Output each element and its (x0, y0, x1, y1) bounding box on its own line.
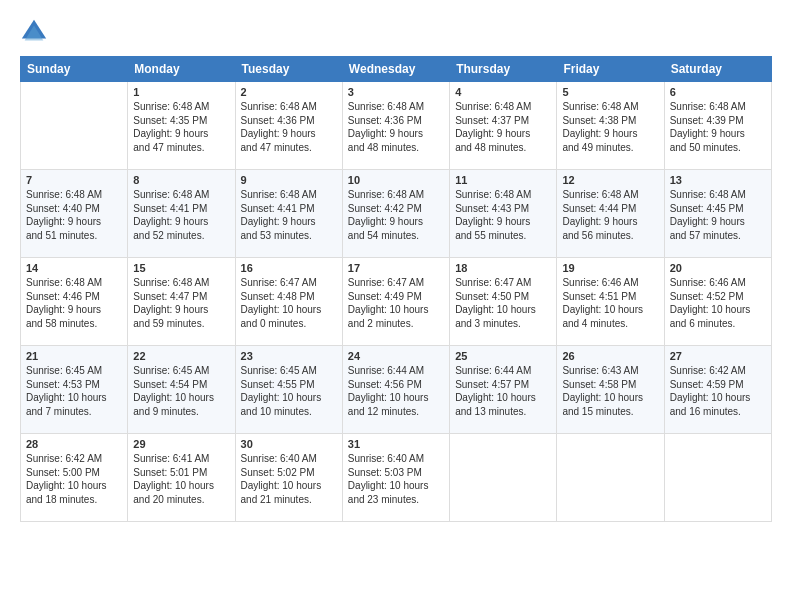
calendar-cell (450, 434, 557, 522)
day-number: 27 (670, 350, 766, 362)
day-number: 13 (670, 174, 766, 186)
calendar-cell: 27Sunrise: 6:42 AM Sunset: 4:59 PM Dayli… (664, 346, 771, 434)
day-info: Sunrise: 6:45 AM Sunset: 4:55 PM Dayligh… (241, 364, 337, 418)
calendar-cell: 23Sunrise: 6:45 AM Sunset: 4:55 PM Dayli… (235, 346, 342, 434)
day-info: Sunrise: 6:48 AM Sunset: 4:41 PM Dayligh… (133, 188, 229, 242)
calendar-cell: 28Sunrise: 6:42 AM Sunset: 5:00 PM Dayli… (21, 434, 128, 522)
calendar-cell: 17Sunrise: 6:47 AM Sunset: 4:49 PM Dayli… (342, 258, 449, 346)
calendar-cell: 12Sunrise: 6:48 AM Sunset: 4:44 PM Dayli… (557, 170, 664, 258)
calendar-week-row: 7Sunrise: 6:48 AM Sunset: 4:40 PM Daylig… (21, 170, 772, 258)
day-info: Sunrise: 6:48 AM Sunset: 4:36 PM Dayligh… (348, 100, 444, 154)
day-number: 5 (562, 86, 658, 98)
logo (20, 18, 52, 46)
calendar-cell: 21Sunrise: 6:45 AM Sunset: 4:53 PM Dayli… (21, 346, 128, 434)
calendar-cell: 5Sunrise: 6:48 AM Sunset: 4:38 PM Daylig… (557, 82, 664, 170)
day-info: Sunrise: 6:44 AM Sunset: 4:56 PM Dayligh… (348, 364, 444, 418)
calendar-cell: 22Sunrise: 6:45 AM Sunset: 4:54 PM Dayli… (128, 346, 235, 434)
calendar-cell: 25Sunrise: 6:44 AM Sunset: 4:57 PM Dayli… (450, 346, 557, 434)
day-number: 19 (562, 262, 658, 274)
calendar-header-sunday: Sunday (21, 57, 128, 82)
day-number: 29 (133, 438, 229, 450)
day-number: 8 (133, 174, 229, 186)
day-info: Sunrise: 6:47 AM Sunset: 4:49 PM Dayligh… (348, 276, 444, 330)
day-number: 14 (26, 262, 122, 274)
day-number: 3 (348, 86, 444, 98)
day-info: Sunrise: 6:46 AM Sunset: 4:52 PM Dayligh… (670, 276, 766, 330)
calendar-cell: 10Sunrise: 6:48 AM Sunset: 4:42 PM Dayli… (342, 170, 449, 258)
calendar-cell: 13Sunrise: 6:48 AM Sunset: 4:45 PM Dayli… (664, 170, 771, 258)
calendar-cell: 7Sunrise: 6:48 AM Sunset: 4:40 PM Daylig… (21, 170, 128, 258)
calendar-cell: 9Sunrise: 6:48 AM Sunset: 4:41 PM Daylig… (235, 170, 342, 258)
calendar-week-row: 21Sunrise: 6:45 AM Sunset: 4:53 PM Dayli… (21, 346, 772, 434)
calendar-cell: 8Sunrise: 6:48 AM Sunset: 4:41 PM Daylig… (128, 170, 235, 258)
calendar-header-friday: Friday (557, 57, 664, 82)
day-number: 16 (241, 262, 337, 274)
day-number: 11 (455, 174, 551, 186)
day-info: Sunrise: 6:48 AM Sunset: 4:45 PM Dayligh… (670, 188, 766, 242)
day-info: Sunrise: 6:48 AM Sunset: 4:42 PM Dayligh… (348, 188, 444, 242)
day-number: 17 (348, 262, 444, 274)
day-info: Sunrise: 6:42 AM Sunset: 4:59 PM Dayligh… (670, 364, 766, 418)
page: SundayMondayTuesdayWednesdayThursdayFrid… (0, 0, 792, 612)
day-info: Sunrise: 6:46 AM Sunset: 4:51 PM Dayligh… (562, 276, 658, 330)
day-info: Sunrise: 6:48 AM Sunset: 4:40 PM Dayligh… (26, 188, 122, 242)
calendar-cell: 4Sunrise: 6:48 AM Sunset: 4:37 PM Daylig… (450, 82, 557, 170)
calendar-cell (21, 82, 128, 170)
day-number: 1 (133, 86, 229, 98)
day-info: Sunrise: 6:40 AM Sunset: 5:03 PM Dayligh… (348, 452, 444, 506)
calendar-cell: 14Sunrise: 6:48 AM Sunset: 4:46 PM Dayli… (21, 258, 128, 346)
day-number: 25 (455, 350, 551, 362)
day-number: 10 (348, 174, 444, 186)
day-number: 22 (133, 350, 229, 362)
day-info: Sunrise: 6:48 AM Sunset: 4:41 PM Dayligh… (241, 188, 337, 242)
calendar-header-monday: Monday (128, 57, 235, 82)
calendar-cell: 19Sunrise: 6:46 AM Sunset: 4:51 PM Dayli… (557, 258, 664, 346)
day-number: 7 (26, 174, 122, 186)
day-info: Sunrise: 6:42 AM Sunset: 5:00 PM Dayligh… (26, 452, 122, 506)
day-number: 28 (26, 438, 122, 450)
calendar-header-row: SundayMondayTuesdayWednesdayThursdayFrid… (21, 57, 772, 82)
calendar-week-row: 14Sunrise: 6:48 AM Sunset: 4:46 PM Dayli… (21, 258, 772, 346)
header (20, 18, 772, 46)
day-info: Sunrise: 6:47 AM Sunset: 4:48 PM Dayligh… (241, 276, 337, 330)
day-info: Sunrise: 6:48 AM Sunset: 4:47 PM Dayligh… (133, 276, 229, 330)
day-info: Sunrise: 6:47 AM Sunset: 4:50 PM Dayligh… (455, 276, 551, 330)
day-info: Sunrise: 6:48 AM Sunset: 4:36 PM Dayligh… (241, 100, 337, 154)
day-info: Sunrise: 6:48 AM Sunset: 4:35 PM Dayligh… (133, 100, 229, 154)
day-info: Sunrise: 6:44 AM Sunset: 4:57 PM Dayligh… (455, 364, 551, 418)
calendar-cell: 31Sunrise: 6:40 AM Sunset: 5:03 PM Dayli… (342, 434, 449, 522)
calendar-cell: 3Sunrise: 6:48 AM Sunset: 4:36 PM Daylig… (342, 82, 449, 170)
calendar-cell: 15Sunrise: 6:48 AM Sunset: 4:47 PM Dayli… (128, 258, 235, 346)
calendar-cell (557, 434, 664, 522)
day-number: 6 (670, 86, 766, 98)
day-info: Sunrise: 6:40 AM Sunset: 5:02 PM Dayligh… (241, 452, 337, 506)
day-info: Sunrise: 6:41 AM Sunset: 5:01 PM Dayligh… (133, 452, 229, 506)
day-number: 9 (241, 174, 337, 186)
calendar-table: SundayMondayTuesdayWednesdayThursdayFrid… (20, 56, 772, 522)
calendar-week-row: 28Sunrise: 6:42 AM Sunset: 5:00 PM Dayli… (21, 434, 772, 522)
calendar-header-saturday: Saturday (664, 57, 771, 82)
calendar-cell: 30Sunrise: 6:40 AM Sunset: 5:02 PM Dayli… (235, 434, 342, 522)
day-info: Sunrise: 6:45 AM Sunset: 4:53 PM Dayligh… (26, 364, 122, 418)
calendar-cell: 26Sunrise: 6:43 AM Sunset: 4:58 PM Dayli… (557, 346, 664, 434)
calendar-cell: 2Sunrise: 6:48 AM Sunset: 4:36 PM Daylig… (235, 82, 342, 170)
day-info: Sunrise: 6:48 AM Sunset: 4:38 PM Dayligh… (562, 100, 658, 154)
day-info: Sunrise: 6:48 AM Sunset: 4:44 PM Dayligh… (562, 188, 658, 242)
calendar-cell: 20Sunrise: 6:46 AM Sunset: 4:52 PM Dayli… (664, 258, 771, 346)
day-number: 4 (455, 86, 551, 98)
calendar-cell: 24Sunrise: 6:44 AM Sunset: 4:56 PM Dayli… (342, 346, 449, 434)
day-info: Sunrise: 6:48 AM Sunset: 4:43 PM Dayligh… (455, 188, 551, 242)
calendar-cell: 16Sunrise: 6:47 AM Sunset: 4:48 PM Dayli… (235, 258, 342, 346)
calendar-cell: 6Sunrise: 6:48 AM Sunset: 4:39 PM Daylig… (664, 82, 771, 170)
day-number: 30 (241, 438, 337, 450)
calendar-cell: 1Sunrise: 6:48 AM Sunset: 4:35 PM Daylig… (128, 82, 235, 170)
calendar-cell: 11Sunrise: 6:48 AM Sunset: 4:43 PM Dayli… (450, 170, 557, 258)
day-number: 24 (348, 350, 444, 362)
day-number: 31 (348, 438, 444, 450)
day-number: 23 (241, 350, 337, 362)
calendar-cell: 29Sunrise: 6:41 AM Sunset: 5:01 PM Dayli… (128, 434, 235, 522)
day-info: Sunrise: 6:48 AM Sunset: 4:39 PM Dayligh… (670, 100, 766, 154)
calendar-week-row: 1Sunrise: 6:48 AM Sunset: 4:35 PM Daylig… (21, 82, 772, 170)
day-number: 15 (133, 262, 229, 274)
day-number: 12 (562, 174, 658, 186)
